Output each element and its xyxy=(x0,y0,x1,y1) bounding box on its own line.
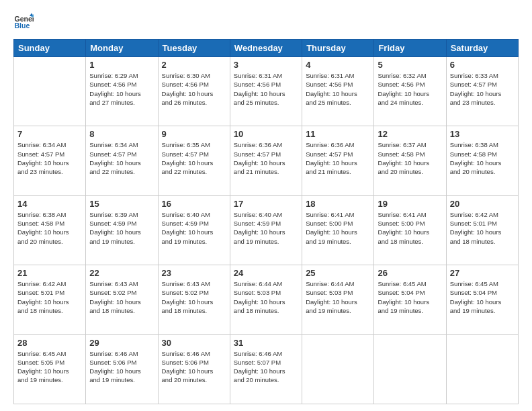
calendar-cell: 13Sunrise: 6:38 AM Sunset: 4:58 PM Dayli… xyxy=(446,126,518,195)
day-info: Sunrise: 6:31 AM Sunset: 4:56 PM Dayligh… xyxy=(306,71,370,107)
day-number: 16 xyxy=(162,199,226,209)
day-number: 30 xyxy=(162,338,226,348)
day-info: Sunrise: 6:29 AM Sunset: 4:56 PM Dayligh… xyxy=(89,71,154,107)
calendar-cell: 7Sunrise: 6:34 AM Sunset: 4:57 PM Daylig… xyxy=(14,126,86,195)
logo: General Blue xyxy=(13,12,34,32)
day-number: 10 xyxy=(234,129,298,139)
day-number: 5 xyxy=(378,60,442,70)
day-info: Sunrise: 6:42 AM Sunset: 5:01 PM Dayligh… xyxy=(17,279,82,315)
calendar-cell: 24Sunrise: 6:44 AM Sunset: 5:03 PM Dayli… xyxy=(230,265,302,334)
day-number: 9 xyxy=(162,129,226,139)
day-number: 8 xyxy=(89,129,154,139)
svg-text:Blue: Blue xyxy=(15,21,30,30)
calendar-cell xyxy=(302,334,374,404)
calendar-cell: 22Sunrise: 6:43 AM Sunset: 5:02 PM Dayli… xyxy=(86,265,158,334)
weekday-header-sunday: Sunday xyxy=(14,40,86,57)
calendar-cell: 8Sunrise: 6:34 AM Sunset: 4:57 PM Daylig… xyxy=(86,126,158,195)
calendar-cell xyxy=(446,334,518,404)
day-info: Sunrise: 6:33 AM Sunset: 4:57 PM Dayligh… xyxy=(450,71,515,107)
day-number: 17 xyxy=(234,199,298,209)
calendar-cell: 31Sunrise: 6:46 AM Sunset: 5:07 PM Dayli… xyxy=(230,334,302,404)
weekday-header-thursday: Thursday xyxy=(302,40,374,57)
calendar-cell: 9Sunrise: 6:35 AM Sunset: 4:57 PM Daylig… xyxy=(158,126,230,195)
day-number: 11 xyxy=(306,129,370,139)
day-info: Sunrise: 6:42 AM Sunset: 5:01 PM Dayligh… xyxy=(450,210,515,246)
calendar-cell: 5Sunrise: 6:32 AM Sunset: 4:56 PM Daylig… xyxy=(374,57,446,126)
calendar-cell: 3Sunrise: 6:31 AM Sunset: 4:56 PM Daylig… xyxy=(230,57,302,126)
calendar-week-row: 28Sunrise: 6:45 AM Sunset: 5:05 PM Dayli… xyxy=(14,334,519,404)
day-info: Sunrise: 6:38 AM Sunset: 4:58 PM Dayligh… xyxy=(450,140,515,176)
calendar-cell: 14Sunrise: 6:38 AM Sunset: 4:58 PM Dayli… xyxy=(14,195,86,265)
day-info: Sunrise: 6:36 AM Sunset: 4:57 PM Dayligh… xyxy=(234,140,298,176)
day-number: 7 xyxy=(17,129,82,139)
day-info: Sunrise: 6:46 AM Sunset: 5:07 PM Dayligh… xyxy=(234,349,298,385)
day-number: 21 xyxy=(17,268,82,278)
day-number: 31 xyxy=(234,338,298,348)
day-number: 26 xyxy=(378,268,442,278)
day-info: Sunrise: 6:44 AM Sunset: 5:03 PM Dayligh… xyxy=(234,279,298,315)
day-info: Sunrise: 6:41 AM Sunset: 5:00 PM Dayligh… xyxy=(306,210,370,246)
day-number: 18 xyxy=(306,199,370,209)
logo-icon: General Blue xyxy=(13,12,34,32)
day-info: Sunrise: 6:41 AM Sunset: 5:00 PM Dayligh… xyxy=(378,210,442,246)
day-info: Sunrise: 6:43 AM Sunset: 5:02 PM Dayligh… xyxy=(162,279,226,315)
calendar-cell: 4Sunrise: 6:31 AM Sunset: 4:56 PM Daylig… xyxy=(302,57,374,126)
weekday-header-saturday: Saturday xyxy=(446,40,518,57)
day-info: Sunrise: 6:46 AM Sunset: 5:06 PM Dayligh… xyxy=(89,349,154,385)
calendar-cell xyxy=(374,334,446,404)
calendar-table: SundayMondayTuesdayWednesdayThursdayFrid… xyxy=(13,39,519,404)
day-number: 12 xyxy=(378,129,442,139)
calendar-week-row: 1Sunrise: 6:29 AM Sunset: 4:56 PM Daylig… xyxy=(14,57,519,126)
day-number: 27 xyxy=(450,268,515,278)
day-number: 1 xyxy=(89,60,154,70)
day-number: 24 xyxy=(234,268,298,278)
calendar-cell: 16Sunrise: 6:40 AM Sunset: 4:59 PM Dayli… xyxy=(158,195,230,265)
day-number: 29 xyxy=(89,338,154,348)
calendar-cell: 17Sunrise: 6:40 AM Sunset: 4:59 PM Dayli… xyxy=(230,195,302,265)
calendar-cell: 10Sunrise: 6:36 AM Sunset: 4:57 PM Dayli… xyxy=(230,126,302,195)
day-info: Sunrise: 6:36 AM Sunset: 4:57 PM Dayligh… xyxy=(306,140,370,176)
calendar-cell: 30Sunrise: 6:46 AM Sunset: 5:06 PM Dayli… xyxy=(158,334,230,404)
day-info: Sunrise: 6:39 AM Sunset: 4:59 PM Dayligh… xyxy=(89,210,154,246)
day-number: 25 xyxy=(306,268,370,278)
day-info: Sunrise: 6:37 AM Sunset: 4:58 PM Dayligh… xyxy=(378,140,442,176)
calendar-cell: 19Sunrise: 6:41 AM Sunset: 5:00 PM Dayli… xyxy=(374,195,446,265)
day-info: Sunrise: 6:32 AM Sunset: 4:56 PM Dayligh… xyxy=(378,71,442,107)
calendar-cell: 6Sunrise: 6:33 AM Sunset: 4:57 PM Daylig… xyxy=(446,57,518,126)
weekday-header-friday: Friday xyxy=(374,40,446,57)
weekday-header-tuesday: Tuesday xyxy=(158,40,230,57)
day-info: Sunrise: 6:43 AM Sunset: 5:02 PM Dayligh… xyxy=(89,279,154,315)
day-info: Sunrise: 6:45 AM Sunset: 5:04 PM Dayligh… xyxy=(378,279,442,315)
day-number: 15 xyxy=(89,199,154,209)
day-info: Sunrise: 6:45 AM Sunset: 5:05 PM Dayligh… xyxy=(17,349,82,385)
day-info: Sunrise: 6:31 AM Sunset: 4:56 PM Dayligh… xyxy=(234,71,298,107)
day-number: 13 xyxy=(450,129,515,139)
weekday-header-monday: Monday xyxy=(86,40,158,57)
day-info: Sunrise: 6:34 AM Sunset: 4:57 PM Dayligh… xyxy=(17,140,82,176)
calendar-week-row: 14Sunrise: 6:38 AM Sunset: 4:58 PM Dayli… xyxy=(14,195,519,265)
day-number: 2 xyxy=(162,60,226,70)
day-info: Sunrise: 6:46 AM Sunset: 5:06 PM Dayligh… xyxy=(162,349,226,385)
calendar-cell: 28Sunrise: 6:45 AM Sunset: 5:05 PM Dayli… xyxy=(14,334,86,404)
calendar-cell: 11Sunrise: 6:36 AM Sunset: 4:57 PM Dayli… xyxy=(302,126,374,195)
day-info: Sunrise: 6:34 AM Sunset: 4:57 PM Dayligh… xyxy=(89,140,154,176)
calendar-cell: 12Sunrise: 6:37 AM Sunset: 4:58 PM Dayli… xyxy=(374,126,446,195)
calendar-week-row: 7Sunrise: 6:34 AM Sunset: 4:57 PM Daylig… xyxy=(14,126,519,195)
header: General Blue xyxy=(13,12,519,32)
calendar-cell: 1Sunrise: 6:29 AM Sunset: 4:56 PM Daylig… xyxy=(86,57,158,126)
calendar-cell: 2Sunrise: 6:30 AM Sunset: 4:56 PM Daylig… xyxy=(158,57,230,126)
day-number: 19 xyxy=(378,199,442,209)
calendar-cell: 21Sunrise: 6:42 AM Sunset: 5:01 PM Dayli… xyxy=(14,265,86,334)
calendar-cell: 25Sunrise: 6:44 AM Sunset: 5:03 PM Dayli… xyxy=(302,265,374,334)
day-number: 20 xyxy=(450,199,515,209)
calendar-cell: 15Sunrise: 6:39 AM Sunset: 4:59 PM Dayli… xyxy=(86,195,158,265)
calendar-cell xyxy=(14,57,86,126)
day-number: 28 xyxy=(17,338,82,348)
calendar-cell: 29Sunrise: 6:46 AM Sunset: 5:06 PM Dayli… xyxy=(86,334,158,404)
calendar-cell: 18Sunrise: 6:41 AM Sunset: 5:00 PM Dayli… xyxy=(302,195,374,265)
calendar-cell: 27Sunrise: 6:45 AM Sunset: 5:04 PM Dayli… xyxy=(446,265,518,334)
calendar-cell: 23Sunrise: 6:43 AM Sunset: 5:02 PM Dayli… xyxy=(158,265,230,334)
day-number: 22 xyxy=(89,268,154,278)
day-number: 6 xyxy=(450,60,515,70)
calendar-week-row: 21Sunrise: 6:42 AM Sunset: 5:01 PM Dayli… xyxy=(14,265,519,334)
